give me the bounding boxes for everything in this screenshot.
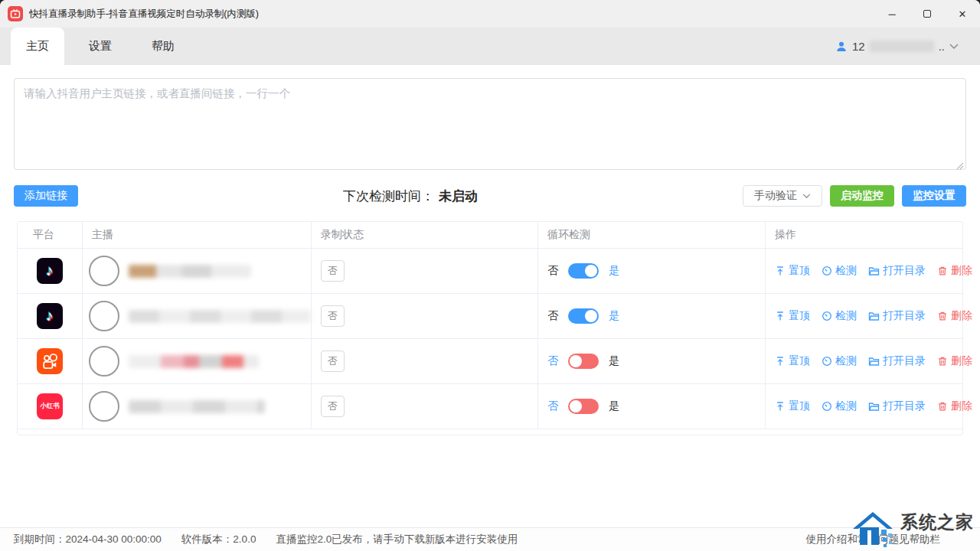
loop-no-label: 否 [547,354,558,368]
avatar [89,256,119,286]
check-button[interactable]: 检测 [822,309,857,323]
platform-cell: ♪ 小红书 [18,384,83,429]
streamer-name-redacted [129,400,265,413]
maximize-icon [923,10,931,18]
avatar [89,346,119,377]
add-link-button[interactable]: 添加链接 [14,185,78,207]
record-status-badge: 否 [321,396,345,417]
minimize-button[interactable]: ─ [874,0,910,28]
account-redacted [870,41,934,52]
delete-button[interactable]: 删除 [937,264,972,278]
check-icon [822,401,832,412]
open-directory-button[interactable]: 打开目录 [868,354,926,368]
open-directory-button[interactable]: 打开目录 [868,399,926,413]
header-actions: 操作 [766,222,962,248]
tab-settings[interactable]: 设置 [74,28,127,65]
expire-time: 到期时间：2024-04-30 00:00:00 [14,533,162,546]
check-button[interactable]: 检测 [822,264,857,278]
streamer-name-redacted [129,355,259,368]
pin-top-button[interactable]: 置顶 [775,264,810,278]
avatar [89,301,119,331]
loop-toggle[interactable] [568,354,599,369]
status-bar: 到期时间：2024-04-30 00:00:00 软件版本：2.0.0 直播监控… [0,527,980,551]
next-check-label: 下次检测时间： [343,189,434,204]
app-window: 快抖直播录制助手-抖音直播视频定时自动录制(内测版) ─ ✕ 主页 设置 帮助 … [0,0,980,551]
check-button[interactable]: 检测 [822,399,857,413]
table-row: ♪ 小红书 否 否 是 [18,384,962,429]
record-status-cell: 否 [312,339,538,383]
delete-button[interactable]: 删除 [937,354,972,368]
streamer-cell [83,249,312,293]
loop-check-cell: 否 是 [538,294,766,338]
main-content: 添加链接 下次检测时间：未启动 手动验证 启动监控 监控设置 平台 主播 录制状… [0,78,980,540]
pin-top-icon [775,266,786,276]
pin-top-button[interactable]: 置顶 [775,309,810,323]
loop-toggle[interactable] [568,399,599,414]
header-record-status: 录制状态 [312,222,538,248]
folder-icon [868,356,880,367]
chevron-down-icon [949,44,959,50]
maximize-button[interactable] [910,0,945,28]
pin-top-button[interactable]: 置顶 [775,399,810,413]
loop-yes-label: 是 [609,264,619,278]
header-loop-check: 循环检测 [538,222,766,248]
table-header-row: 平台 主播 录制状态 循环检测 操作 [18,222,962,249]
help-hint: 使用介绍和常见问题见帮助栏 [806,533,941,546]
app-logo-icon [8,6,23,21]
delete-button[interactable]: 删除 [937,309,972,323]
loop-no-label: 否 [547,264,558,278]
monitor-settings-button[interactable]: 监控设置 [902,185,966,207]
actions-cell: 置顶 检测 打开目录 删除 [766,294,972,338]
loop-toggle[interactable] [568,263,599,279]
loop-check-cell: 否 是 [538,339,766,383]
record-status-cell: 否 [312,249,538,293]
delete-button[interactable]: 删除 [937,399,972,413]
open-directory-button[interactable]: 打开目录 [868,309,926,323]
avatar [89,391,119,422]
next-check-time: 下次检测时间：未启动 [78,187,743,205]
update-notice: 直播监控2.0已发布，请手动下载新版本进行安装使用 [276,533,518,546]
tab-home[interactable]: 主页 [11,28,64,65]
xiaohongshu-icon: 小红书 [37,393,63,419]
platform-cell: ♪ 小红书 [18,294,83,338]
pin-top-button[interactable]: 置顶 [775,354,810,368]
check-button[interactable]: 检测 [822,354,857,368]
manual-verify-dropdown[interactable]: 手动验证 [743,185,822,207]
actions-cell: 置顶 检测 打开目录 删除 [766,384,972,429]
account-prefix: 12 [852,40,865,53]
account-dropdown[interactable]: 12 .. [835,28,959,65]
toolbar: 添加链接 下次检测时间：未启动 手动验证 启动监控 监控设置 [14,185,966,207]
table-row: ♪ 小红书 否 否 是 [18,339,962,384]
streamer-table: 平台 主播 录制状态 循环检测 操作 ♪ 小红书 [17,221,963,435]
start-monitor-button[interactable]: 启动监控 [830,185,894,207]
record-status-badge: 否 [321,260,345,282]
platform-cell: ♪ 小红书 [18,339,83,383]
check-icon [822,311,832,321]
streamer-cell [83,339,312,383]
window-title: 快抖直播录制助手-抖音直播视频定时自动录制(内测版) [29,8,259,21]
folder-icon [868,266,880,276]
loop-yes-label: 是 [609,399,619,413]
chevron-down-icon [802,194,811,199]
trash-icon [937,401,948,412]
close-button[interactable]: ✕ [945,0,980,28]
tab-bar: 主页 设置 帮助 12 .. [0,28,980,65]
actions-cell: 置顶 检测 打开目录 删除 [766,339,972,383]
trash-icon [937,311,948,321]
next-check-value: 未启动 [439,189,478,204]
account-suffix: .. [939,40,945,53]
check-icon [822,266,832,276]
loop-no-label: 否 [547,399,558,413]
tab-help[interactable]: 帮助 [136,28,190,65]
trash-icon [937,266,948,276]
loop-toggle[interactable] [568,308,599,324]
link-input[interactable] [14,78,966,170]
record-status-cell: 否 [312,294,538,338]
open-directory-button[interactable]: 打开目录 [868,264,926,278]
streamer-cell [83,384,312,429]
folder-icon [868,401,880,412]
actions-cell: 置顶 检测 打开目录 删除 [766,249,972,293]
record-status-badge: 否 [321,305,345,327]
loop-yes-label: 是 [609,309,619,323]
manual-verify-label: 手动验证 [754,189,797,203]
